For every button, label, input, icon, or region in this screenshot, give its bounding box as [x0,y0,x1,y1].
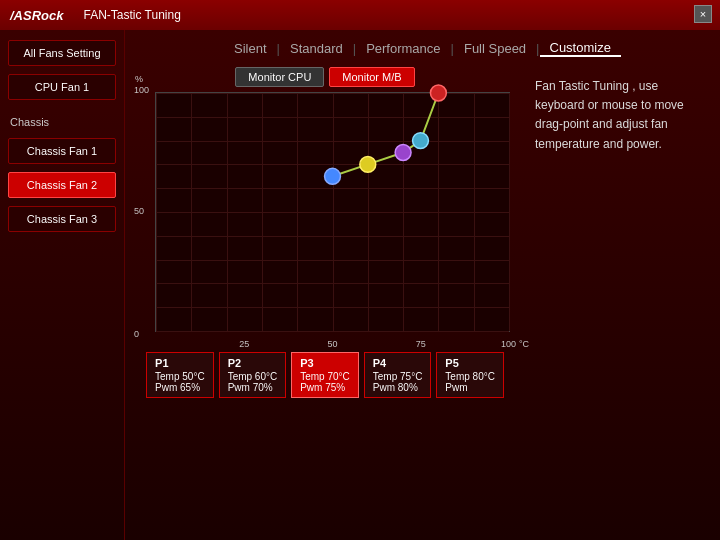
tab-standard[interactable]: Standard [280,41,353,56]
p3-temp: Temp 70°C [300,371,350,382]
drag-point-p5 [430,85,446,101]
point-card-p4[interactable]: P4 Temp 75°C Pwm 80% [364,352,432,398]
content-area: Silent | Standard | Performance | Full S… [125,30,720,540]
x-label-25: 25 [239,339,249,349]
p1-label: P1 [155,357,205,369]
p5-pwm: Pwm [445,382,495,393]
main-container: All Fans Setting CPU Fan 1 Chassis Chass… [0,30,720,540]
point-card-p1[interactable]: P1 Temp 50°C Pwm 65% [146,352,214,398]
point-card-p2[interactable]: P2 Temp 60°C Pwm 70% [219,352,287,398]
chassis-fan3-button[interactable]: Chassis Fan 3 [8,206,116,232]
drag-point-p1 [325,168,341,184]
drag-point-p3 [395,145,411,161]
chart-svg [156,93,509,331]
y-label-0: 0 [134,329,139,339]
tab-fullspeed[interactable]: Full Speed [454,41,536,56]
graph-canvas[interactable]: 100 50 0 25 50 75 100 °C [155,92,510,332]
p5-temp: Temp 80°C [445,371,495,382]
p4-temp: Temp 75°C [373,371,423,382]
p5-label: P5 [445,357,495,369]
mode-tabs: Silent | Standard | Performance | Full S… [140,40,705,57]
all-fans-setting-button[interactable]: All Fans Setting [8,40,116,66]
description-text: Fan Tastic Tuning , use keyboard or mous… [535,79,684,151]
monitor-cpu-button[interactable]: Monitor CPU [235,67,324,87]
chassis-section-label: Chassis [8,116,116,128]
chassis-fan2-button[interactable]: Chassis Fan 2 [8,172,116,198]
chart-area: Monitor CPU Monitor M/B % [140,67,705,530]
p3-pwm: Pwm 75% [300,382,350,393]
asrock-logo: /ASRock [10,8,63,23]
chart-container: Monitor CPU Monitor M/B % [140,67,510,530]
p2-temp: Temp 60°C [228,371,278,382]
y-axis-unit: % [135,74,143,84]
p2-pwm: Pwm 70% [228,382,278,393]
tab-silent[interactable]: Silent [224,41,277,56]
description-panel: Fan Tastic Tuning , use keyboard or mous… [525,67,705,530]
p1-temp: Temp 50°C [155,371,205,382]
point-card-p3[interactable]: P3 Temp 70°C Pwm 75% [291,352,359,398]
p4-pwm: Pwm 80% [373,382,423,393]
x-axis-unit: °C [519,339,529,349]
cpu-fan1-button[interactable]: CPU Fan 1 [8,74,116,100]
monitor-buttons: Monitor CPU Monitor M/B [140,67,510,87]
drag-point-p2 [360,156,376,172]
title-bar: /ASRock FAN-Tastic Tuning × [0,0,720,30]
tab-customize[interactable]: Customize [540,40,621,57]
window-title: FAN-Tastic Tuning [83,8,180,22]
x-label-50: 50 [328,339,338,349]
p4-label: P4 [373,357,423,369]
p1-pwm: Pwm 65% [155,382,205,393]
chassis-fan1-button[interactable]: Chassis Fan 1 [8,138,116,164]
x-label-75: 75 [416,339,426,349]
drag-point-p4 [413,133,429,149]
y-label-100: 100 [134,85,149,95]
y-label-50: 50 [134,206,144,216]
monitor-mb-button[interactable]: Monitor M/B [329,67,414,87]
tab-performance[interactable]: Performance [356,41,450,56]
graph-wrapper: % [140,92,510,342]
close-button[interactable]: × [694,5,712,23]
x-label-100: 100 [501,339,516,349]
points-row: P1 Temp 50°C Pwm 65% P2 Temp 60°C Pwm 70… [140,352,510,398]
p3-label: P3 [300,357,350,369]
p2-label: P2 [228,357,278,369]
point-card-p5[interactable]: P5 Temp 80°C Pwm [436,352,504,398]
sidebar: All Fans Setting CPU Fan 1 Chassis Chass… [0,30,125,540]
